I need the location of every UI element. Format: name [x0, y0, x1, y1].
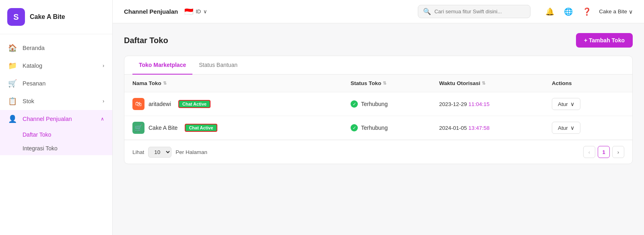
store-name-label: Cake A Bite	[149, 125, 178, 131]
sidebar-item-pesanan[interactable]: 🛒 Pesanan	[0, 75, 112, 92]
sidebar-item-label: Pesanan	[23, 80, 45, 87]
page-1-button[interactable]: 1	[598, 146, 610, 158]
next-page-button[interactable]: ›	[612, 146, 624, 158]
tab-toko-marketplace[interactable]: Toko Marketplace	[132, 56, 192, 75]
catalog-icon: 📁	[8, 61, 17, 70]
table-row: 🛒 Cake A Bite Chat Active ✓ Terhubung 20…	[124, 116, 632, 140]
status-cell: ✓ Terhubung	[351, 100, 439, 108]
language-selector[interactable]: 🇮🇩 ID ∨	[184, 7, 207, 16]
brand-name: Cake A Bite	[30, 13, 65, 21]
tokopedia-icon: 🛒	[132, 122, 144, 134]
sidebar-subnav: Daftar Toko Integrasi Toko	[0, 128, 112, 155]
sidebar-item-daftar-toko[interactable]: Daftar Toko	[0, 128, 112, 141]
chevron-down-icon: ∨	[570, 101, 574, 107]
chevron-up-icon: ∧	[101, 116, 104, 122]
help-icon[interactable]: ❓	[580, 5, 593, 18]
content-area: Daftar Toko + Tambah Toko Toko Marketpla…	[113, 23, 644, 235]
search-icon: 🔍	[423, 8, 431, 15]
atur-button[interactable]: Atur ∨	[552, 98, 580, 110]
store-name-cell: 🛍 aritadewi Chat Active	[132, 98, 351, 110]
search-input[interactable]	[434, 8, 525, 15]
flag-icon: 🇮🇩	[184, 7, 193, 16]
pagination-row: Lihat 10 25 50 Per Halaman ‹ 1 ›	[124, 140, 632, 164]
sidebar-item-label: Katalog	[23, 62, 42, 69]
chat-active-badge: Chat Active	[178, 100, 211, 108]
chevron-right-icon: ›	[103, 63, 104, 69]
col-waktu-otorisasi: Waktu Otorisasi ⇅	[439, 80, 552, 86]
sidebar-item-integrasi-toko[interactable]: Integrasi Toko	[0, 141, 112, 155]
home-icon: 🏠	[8, 44, 17, 52]
tab-status-bantuan[interactable]: Status Bantuan	[192, 56, 244, 75]
connected-icon: ✓	[351, 100, 358, 108]
page-header: Daftar Toko + Tambah Toko	[124, 33, 633, 48]
sidebar: S Cake A Bite 🏠 Beranda 📁 Katalog › 🛒 Pe…	[0, 0, 113, 235]
chevron-down-icon: ∨	[570, 125, 574, 131]
tab-bar: Toko Marketplace Status Bantuan	[124, 56, 632, 75]
chevron-down-icon: ∨	[629, 8, 633, 15]
notification-bell-icon[interactable]: 🔔	[543, 5, 556, 18]
show-label: Lihat	[132, 149, 144, 155]
auth-time-cell: 2023-12-29 11:04:15	[439, 101, 552, 107]
add-store-button[interactable]: + Tambah Toko	[576, 33, 633, 48]
table-row: 🛍 aritadewi Chat Active ✓ Terhubung 2023…	[124, 92, 632, 116]
sidebar-logo[interactable]: S Cake A Bite	[0, 0, 112, 34]
main-content: Channel Penjualan 🇮🇩 ID ∨ 🔍 🔔 🌐 ❓ Cake a…	[113, 0, 644, 235]
channel-icon: 👤	[8, 114, 17, 123]
sidebar-item-beranda[interactable]: 🏠 Beranda	[0, 39, 112, 57]
connected-icon: ✓	[351, 124, 358, 131]
status-label: Terhubung	[361, 125, 388, 131]
status-label: Terhubung	[361, 101, 388, 107]
page-title: Daftar Toko	[124, 36, 168, 45]
sidebar-item-label: Beranda	[23, 45, 45, 51]
atur-button[interactable]: Atur ∨	[552, 122, 580, 134]
store-card: Toko Marketplace Status Bantuan Nama Tok…	[124, 56, 633, 164]
per-page-select[interactable]: 10 25 50	[148, 147, 171, 158]
table-header: Nama Toko ⇅ Status Toko ⇅ Waktu Otorisas…	[124, 75, 632, 92]
col-actions: Actions	[552, 80, 624, 86]
user-name-label: Cake a Bite	[599, 8, 627, 15]
header-icons: 🔔 🌐 ❓ Cake a Bite ∨	[543, 5, 633, 18]
action-cell: Atur ∨	[552, 122, 624, 134]
sidebar-item-label: Stok	[23, 98, 34, 104]
col-nama-toko: Nama Toko ⇅	[132, 80, 351, 86]
sidebar-item-katalog[interactable]: 📁 Katalog ›	[0, 57, 112, 75]
lang-label: ID	[196, 8, 201, 15]
sidebar-item-stok[interactable]: 📋 Stok ›	[0, 92, 112, 110]
sidebar-nav: 🏠 Beranda 📁 Katalog › 🛒 Pesanan 📋 Stok ›…	[0, 34, 112, 235]
sort-icon[interactable]: ⇅	[163, 81, 167, 86]
order-icon: 🛒	[8, 79, 17, 88]
chevron-right-icon: ›	[103, 98, 104, 104]
header: Channel Penjualan 🇮🇩 ID ∨ 🔍 🔔 🌐 ❓ Cake a…	[113, 0, 644, 23]
user-menu[interactable]: Cake a Bite ∨	[599, 8, 633, 15]
chevron-down-icon: ∨	[203, 8, 207, 15]
sort-icon[interactable]: ⇅	[482, 81, 485, 86]
store-name-cell: 🛒 Cake A Bite Chat Active	[132, 122, 351, 134]
sidebar-item-label: Channel Penjualan	[23, 116, 72, 122]
header-title: Channel Penjualan	[124, 8, 178, 15]
shopee-icon: 🛍	[132, 98, 144, 110]
per-page-suffix: Per Halaman	[175, 149, 207, 155]
status-cell: ✓ Terhubung	[351, 124, 439, 131]
search-bar[interactable]: 🔍	[418, 5, 530, 18]
pagination-controls: ‹ 1 ›	[583, 146, 624, 158]
col-status-toko: Status Toko ⇅	[351, 80, 439, 86]
action-cell: Atur ∨	[552, 98, 624, 110]
sort-icon[interactable]: ⇅	[383, 81, 386, 86]
logo-icon: S	[7, 8, 25, 26]
stock-icon: 📋	[8, 97, 17, 106]
chat-active-badge: Chat Active	[185, 124, 217, 132]
auth-time-cell: 2024-01-05 13:47:58	[439, 125, 552, 131]
sidebar-item-channel-penjualan[interactable]: 👤 Channel Penjualan ∧	[0, 110, 112, 128]
globe-icon[interactable]: 🌐	[562, 5, 575, 18]
prev-page-button[interactable]: ‹	[583, 146, 595, 158]
store-name-label: aritadewi	[149, 101, 171, 107]
